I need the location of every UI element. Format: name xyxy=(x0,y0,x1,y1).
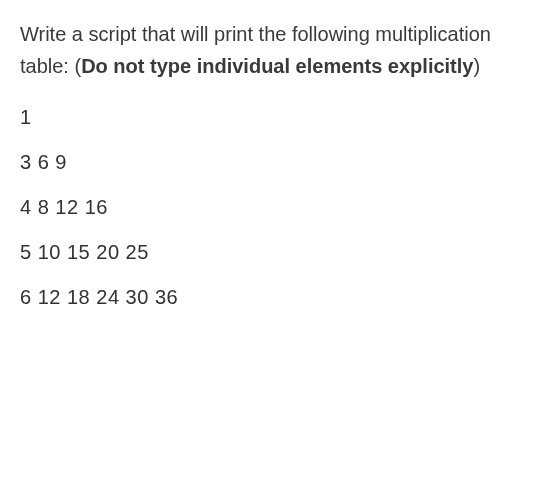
table-row: 1 xyxy=(20,106,520,129)
table-row: 4 8 12 16 xyxy=(20,196,520,219)
table-row: 6 12 18 24 30 36 xyxy=(20,286,520,309)
instruction-part2: ) xyxy=(473,55,480,77)
instruction-bold: Do not type individual elements explicit… xyxy=(81,55,473,77)
table-row: 5 10 15 20 25 xyxy=(20,241,520,264)
multiplication-table: 1 3 6 9 4 8 12 16 5 10 15 20 25 6 12 18 … xyxy=(20,106,520,331)
table-row: 3 6 9 xyxy=(20,151,520,174)
instruction-text: Write a script that will print the follo… xyxy=(20,18,520,82)
